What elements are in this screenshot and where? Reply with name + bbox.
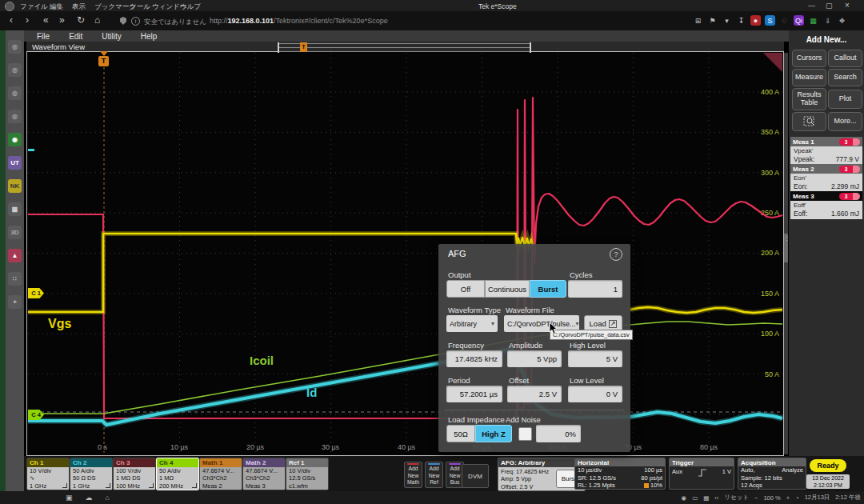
add-new-ref-button[interactable]: Add New Ref <box>425 462 443 488</box>
sidebar-tab-9[interactable]: ▲ <box>8 249 22 262</box>
extension-icon-4[interactable]: ● <box>750 15 761 26</box>
channel-badge-ch4[interactable]: Ch 450 A/div1 MΩ200 MHz <box>156 458 199 490</box>
cursors-button[interactable]: Cursors <box>792 50 826 67</box>
add-new-math-button[interactable]: Add New Math <box>404 462 422 488</box>
corner-handle[interactable] <box>763 53 782 72</box>
impedance-highz-button[interactable]: High Z <box>475 425 512 442</box>
impedance-50ohm-button[interactable]: 50Ω <box>446 425 475 442</box>
sidebar-tab-2[interactable]: ◎ <box>8 86 22 100</box>
sidebar-tab-4[interactable]: ◉ <box>8 133 22 146</box>
taskbar-item-2[interactable]: ▦ <box>703 494 709 502</box>
reload-icon[interactable]: ↻ <box>77 15 85 25</box>
shield-icon[interactable] <box>120 17 126 25</box>
high-level-field[interactable]: 5 V <box>568 350 622 367</box>
offset-field[interactable]: 2.5 V <box>507 386 562 402</box>
waveform-type-dropdown[interactable]: Arbitrary▾ <box>446 315 498 332</box>
taskbar-item-4[interactable]: リセット <box>724 494 749 502</box>
cloud-icon[interactable]: ☁ <box>86 494 93 502</box>
trigger-badge[interactable]: Trigger Aux 1 V <box>669 458 734 490</box>
channel-badge-math2[interactable]: Math 247.6674 V...Ch3*Ch2Meas 3 <box>242 458 286 490</box>
extension-icon-9[interactable]: ⇓ <box>822 15 833 26</box>
extension-icon-0[interactable]: ⊞ <box>693 15 703 26</box>
channel-badge-ch2[interactable]: Ch 250 A/div50 Ω DS1 GHz <box>70 458 113 490</box>
more-button[interactable]: More... <box>828 112 862 131</box>
forward-icon[interactable]: › <box>26 15 29 25</box>
low-level-field[interactable]: 0 V <box>568 386 622 402</box>
output-off-button[interactable]: Off <box>446 280 485 298</box>
frequency-field[interactable]: 17.4825 kHz <box>446 350 502 367</box>
measure-button[interactable]: Measure <box>792 69 826 86</box>
add-noise-checkbox[interactable] <box>518 427 532 441</box>
acquisition-badge[interactable]: Acquisition Auto,Analyze Sample: 12 bits… <box>738 458 806 490</box>
taskbar-item-0[interactable]: ◉ <box>682 494 687 502</box>
taskbar-item-3[interactable]: ‹› <box>714 494 718 502</box>
meas-3-badge[interactable]: Meas 3 3 Eoff' Eoff:1.660 mJ <box>790 191 862 219</box>
extension-icon-7[interactable]: Qi <box>794 15 804 26</box>
home-icon[interactable]: ⌂ <box>106 494 110 502</box>
sidebar-tab-0[interactable]: ◎ <box>8 40 22 54</box>
meas-1-badge[interactable]: Meas 1 3 Vpeak' Vpeak:777.9 V <box>790 137 862 165</box>
sidebar-tab-3[interactable]: ◎ <box>8 110 22 123</box>
home-icon[interactable]: ⌂ <box>94 15 100 25</box>
taskbar-item-8[interactable]: ◔ <box>795 494 799 502</box>
taskbar-item-1[interactable]: ▭ <box>692 494 698 502</box>
help-icon[interactable]: ? <box>610 248 622 261</box>
window-icon[interactable]: ▣ <box>66 494 73 502</box>
dvm-button[interactable]: DVM <box>462 464 489 488</box>
url-bar[interactable]: http://192.168.0.101/Tektronix#/client/c… <box>210 17 388 25</box>
scope-menu-file[interactable]: File <box>37 32 50 41</box>
panel-scrollbar[interactable]: ⋮ <box>784 53 788 454</box>
results-table-button[interactable]: Results Table <box>792 88 826 110</box>
taskbar-item-5[interactable]: − <box>754 494 758 502</box>
extension-icon-10[interactable]: ❖ <box>837 15 847 26</box>
horizontal-badge[interactable]: Horizontal 10 µs/div100 µs SR: 12.5 GS/s… <box>574 458 666 490</box>
extension-icon-5[interactable]: S <box>765 15 775 26</box>
amplitude-field[interactable]: 5 Vpp <box>507 350 562 367</box>
extension-icon-6[interactable]: ♢ <box>779 15 790 26</box>
scope-menu-edit[interactable]: Edit <box>69 32 82 41</box>
cycles-field[interactable]: 1 <box>568 280 622 298</box>
search-button[interactable]: Search <box>828 69 862 86</box>
sidebar-tab-5[interactable]: UT <box>8 156 22 170</box>
record-trigger-marker[interactable]: T <box>300 42 307 52</box>
taskbar-item-7[interactable]: + <box>786 494 790 502</box>
sidebar-tab-7[interactable]: ▦ <box>8 202 22 216</box>
skip-back-icon[interactable]: « <box>43 15 49 25</box>
taskbar-item-6[interactable]: 100 % <box>763 494 780 502</box>
extension-icon-8[interactable]: ▦ <box>808 15 818 26</box>
afg-badge[interactable]: AFG: Arbitrary Freq: 17.4825 kHz Amp: 5 … <box>498 458 586 491</box>
sidebar-tab-6[interactable]: NK <box>8 179 22 193</box>
output-burst-button[interactable]: Burst <box>530 280 566 298</box>
back-icon[interactable]: ‹ <box>10 15 13 25</box>
channel-2-marker[interactable] <box>28 149 34 151</box>
sidebar-tab-8[interactable]: 3D <box>8 226 22 239</box>
skip-forward-icon[interactable]: » <box>59 15 65 25</box>
channel-badge-math1[interactable]: Math 147.6674 V...Ch3*Ch2Meas 2 <box>199 458 242 490</box>
plot-button[interactable]: Plot <box>828 90 862 109</box>
scope-menu-help[interactable]: Help <box>141 32 158 41</box>
scrollbar-handle[interactable]: ⋮ <box>784 234 788 262</box>
callout-button[interactable]: Callout <box>828 50 862 67</box>
taskbar-item-10[interactable]: 2:12 午後 <box>835 494 861 502</box>
minimize-button[interactable]: — <box>808 2 815 10</box>
trigger-t-badge[interactable]: T <box>98 56 109 66</box>
output-continuous-button[interactable]: Continuous <box>485 280 530 298</box>
maximize-button[interactable]: ▢ <box>826 2 833 10</box>
extension-icon-2[interactable]: ▾ <box>722 15 732 26</box>
sidebar-tab-11[interactable]: + <box>8 295 22 309</box>
period-field[interactable]: 57.2001 µs <box>446 386 502 402</box>
meas-2-badge[interactable]: Meas 2 3 Eon' Eon:2.299 mJ <box>790 164 862 192</box>
channel-badge-ch1[interactable]: Ch 110 V/div∿1 GHz <box>26 458 70 490</box>
close-button[interactable]: × <box>845 1 850 10</box>
sidebar-tab-10[interactable]: ∷ <box>8 272 22 286</box>
taskbar-item-9[interactable]: 12月13日 <box>805 494 830 502</box>
extension-icon-1[interactable]: ⚑ <box>707 15 718 26</box>
channel-badge-ref1[interactable]: Ref 110 V/div12.5 GS/sc1.wfm <box>286 458 329 490</box>
sidebar-tab-1[interactable]: ◎ <box>8 63 22 77</box>
scope-menu-utility[interactable]: Utility <box>102 32 121 41</box>
extension-icon-3[interactable]: ↧ <box>736 15 746 26</box>
zoom-mode-button[interactable] <box>792 112 826 131</box>
info-icon[interactable]: i <box>131 17 140 26</box>
channel-badge-ch3[interactable]: Ch 3100 V/div1 MΩ DS100 MHz <box>113 458 156 490</box>
noise-percent-field[interactable]: 0% <box>536 425 581 442</box>
